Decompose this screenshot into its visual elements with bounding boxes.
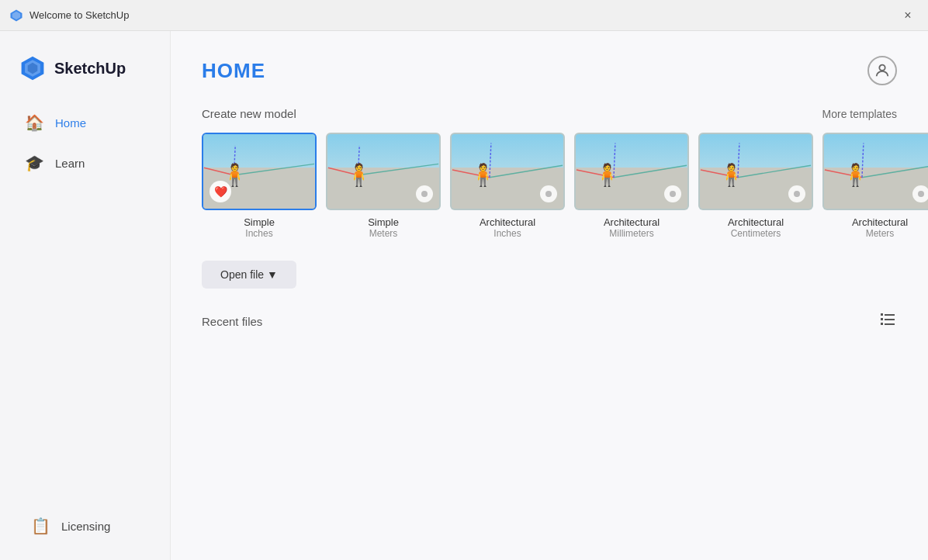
learn-label: Learn — [55, 157, 85, 170]
template-thumb-arch-cm: 🧍 — [698, 133, 813, 210]
sidebar-item-learn[interactable]: 🎓 Learn — [6, 144, 164, 181]
sketchup-small-icon — [9, 9, 23, 22]
svg-line-18 — [738, 165, 811, 177]
svg-rect-28 — [881, 318, 883, 320]
svg-line-12 — [490, 165, 563, 177]
template-card-arch-inches[interactable]: 🧍 Architectural Inches — [450, 133, 565, 239]
titlebar-left: Welcome to SketchUp — [9, 9, 129, 22]
sketchup-logo-icon — [19, 54, 47, 82]
template-thumb-simple-inches: 🧍 ❤️ — [202, 133, 317, 210]
template-thumb-simple-meters: 🧍 — [326, 133, 441, 210]
template-card-simple-meters[interactable]: 🧍 Simple Meters — [326, 133, 441, 239]
template-sub-2: Inches — [450, 228, 565, 239]
recent-files-header: Recent files — [202, 310, 897, 333]
more-templates-link[interactable]: More templates — [822, 108, 897, 120]
figure-silhouette: 🧍 — [469, 164, 497, 186]
scroll-dot — [416, 185, 433, 202]
home-label: Home — [55, 116, 86, 130]
template-card-arch-cm[interactable]: 🧍 Architectural Centimeters — [698, 133, 813, 239]
scroll-dot — [540, 185, 557, 202]
svg-rect-27 — [881, 313, 883, 316]
sketchup-logo-text: SketchUp — [54, 60, 126, 78]
sidebar-bottom: 📋 Licensing — [0, 507, 170, 544]
scroll-dot — [912, 185, 928, 202]
licensing-label: Licensing — [61, 520, 110, 533]
user-account-button[interactable] — [867, 56, 897, 85]
page-header: HOME — [202, 56, 897, 85]
close-button[interactable]: × — [897, 5, 919, 26]
create-model-title: Create new model — [202, 107, 296, 120]
svg-rect-29 — [881, 323, 883, 325]
licensing-icon: 📋 — [31, 517, 50, 535]
figure-silhouette: 🧍 — [718, 164, 745, 186]
scroll-dot — [664, 185, 681, 202]
figure-silhouette: 🧍 — [842, 164, 869, 186]
template-card-arch-mm[interactable]: 🧍 Architectural Millimeters — [574, 133, 689, 239]
sidebar-logo: SketchUp — [0, 47, 170, 101]
template-sub-3: Millimeters — [574, 228, 689, 239]
learn-icon: 🎓 — [25, 154, 44, 172]
template-name-2: Architectural — [450, 216, 565, 228]
template-name-4: Architectural — [698, 216, 813, 228]
svg-line-15 — [614, 165, 687, 177]
template-name-1: Simple — [326, 216, 441, 228]
templates-section-header: Create new model More templates — [202, 107, 897, 120]
sidebar-top: SketchUp 🏠 Home 🎓 Learn — [0, 47, 170, 181]
app-body: SketchUp 🏠 Home 🎓 Learn 📋 Licensing — [0, 31, 928, 560]
svg-line-21 — [862, 165, 928, 177]
template-sub-1: Meters — [326, 228, 441, 239]
template-card-arch-m[interactable]: 🧍 Architectural Meters — [822, 133, 928, 239]
template-sub-5: Meters — [822, 228, 928, 239]
template-card-simple-inches[interactable]: 🧍 ❤️ Simple Inches — [202, 133, 317, 239]
titlebar-title: Welcome to SketchUp — [29, 9, 129, 21]
template-name-0: Simple — [202, 216, 317, 228]
templates-row: 🧍 ❤️ Simple Inches 🧍 — [202, 133, 897, 239]
list-view-svg — [878, 310, 897, 329]
svg-point-5 — [879, 65, 885, 71]
template-sub-0: Inches — [202, 228, 317, 239]
recent-files-title: Recent files — [202, 315, 262, 328]
sidebar-item-home[interactable]: 🏠 Home — [6, 104, 164, 141]
home-icon: 🏠 — [25, 113, 44, 132]
figure-silhouette: 🧍 — [345, 164, 372, 186]
scroll-dot — [788, 185, 805, 202]
list-view-icon[interactable] — [878, 310, 897, 333]
template-thumb-arch-mm: 🧍 — [574, 133, 689, 210]
page-title: HOME — [202, 59, 265, 83]
template-thumb-arch-m: 🧍 — [822, 133, 928, 210]
figure-silhouette: 🧍 — [594, 164, 621, 186]
template-name-3: Architectural — [574, 216, 689, 228]
sidebar: SketchUp 🏠 Home 🎓 Learn 📋 Licensing — [0, 31, 171, 560]
template-sub-4: Centimeters — [698, 228, 813, 239]
open-file-button[interactable]: Open file ▼ — [202, 261, 296, 289]
template-name-5: Architectural — [822, 216, 928, 228]
favorite-badge[interactable]: ❤️ — [209, 181, 231, 202]
user-icon — [874, 62, 891, 79]
axis-lines — [824, 134, 928, 209]
main-content: HOME Create new model More templates — [171, 31, 928, 560]
sidebar-item-licensing[interactable]: 📋 Licensing — [12, 507, 158, 544]
template-thumb-arch-inches: 🧍 — [450, 133, 565, 210]
titlebar: Welcome to SketchUp × — [0, 0, 928, 31]
